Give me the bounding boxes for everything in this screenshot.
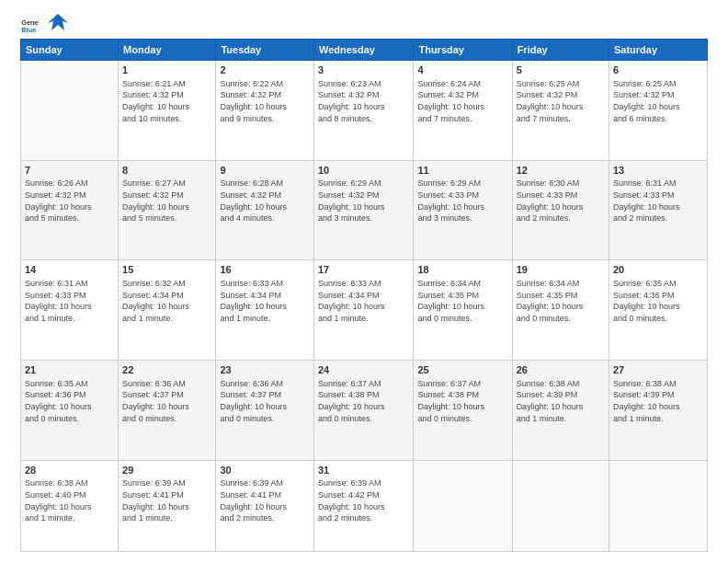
day-number: 30 <box>220 464 310 477</box>
day-info: Sunrise: 6:25 AM Sunset: 4:32 PM Dayligh… <box>517 78 605 124</box>
table-row: 27Sunrise: 6:38 AM Sunset: 4:39 PM Dayli… <box>609 360 708 460</box>
table-row: 11Sunrise: 6:29 AM Sunset: 4:33 PM Dayli… <box>414 160 512 260</box>
weekday-header-row: Sunday Monday Tuesday Wednesday Thursday… <box>21 40 708 61</box>
day-number: 11 <box>417 164 507 178</box>
table-row: 3Sunrise: 6:23 AM Sunset: 4:32 PM Daylig… <box>313 61 413 161</box>
header-thursday: Thursday <box>414 40 512 61</box>
table-row: 9Sunrise: 6:28 AM Sunset: 4:32 PM Daylig… <box>216 160 314 260</box>
table-row: 22Sunrise: 6:36 AM Sunset: 4:37 PM Dayli… <box>119 360 216 460</box>
day-info: Sunrise: 6:29 AM Sunset: 4:32 PM Dayligh… <box>318 178 409 224</box>
day-number: 10 <box>318 164 409 178</box>
table-row: 31Sunrise: 6:39 AM Sunset: 4:42 PM Dayli… <box>313 460 413 551</box>
day-info: Sunrise: 6:36 AM Sunset: 4:37 PM Dayligh… <box>220 378 310 424</box>
day-info: Sunrise: 6:37 AM Sunset: 4:38 PM Dayligh… <box>318 378 409 424</box>
day-number: 25 <box>417 363 507 377</box>
header-wednesday: Wednesday <box>313 40 413 61</box>
header-monday: Monday <box>119 40 216 61</box>
day-number: 22 <box>122 363 211 377</box>
day-info: Sunrise: 6:38 AM Sunset: 4:39 PM Dayligh… <box>517 378 605 424</box>
table-row: 16Sunrise: 6:33 AM Sunset: 4:34 PM Dayli… <box>216 260 314 361</box>
day-number: 5 <box>517 63 605 77</box>
table-row: 13Sunrise: 6:31 AM Sunset: 4:33 PM Dayli… <box>609 160 708 260</box>
table-row: 29Sunrise: 6:39 AM Sunset: 4:41 PM Dayli… <box>119 460 216 551</box>
day-info: Sunrise: 6:31 AM Sunset: 4:33 PM Dayligh… <box>613 178 703 224</box>
calendar-page: General Blue Sunday Monday Tuesday Wedne… <box>0 0 728 563</box>
day-number: 18 <box>417 263 507 277</box>
table-row: 28Sunrise: 6:38 AM Sunset: 4:40 PM Dayli… <box>21 460 119 551</box>
table-row: 18Sunrise: 6:34 AM Sunset: 4:35 PM Dayli… <box>414 260 512 361</box>
day-number: 9 <box>220 164 310 178</box>
day-number: 2 <box>220 63 310 77</box>
day-number: 24 <box>318 363 409 377</box>
header-saturday: Saturday <box>609 40 708 61</box>
day-info: Sunrise: 6:34 AM Sunset: 4:35 PM Dayligh… <box>517 278 605 324</box>
day-info: Sunrise: 6:22 AM Sunset: 4:32 PM Dayligh… <box>220 78 310 124</box>
table-row: 25Sunrise: 6:37 AM Sunset: 4:38 PM Dayli… <box>414 360 512 460</box>
table-row: 15Sunrise: 6:32 AM Sunset: 4:34 PM Dayli… <box>119 260 216 361</box>
table-row <box>512 460 609 551</box>
logo-bird-icon <box>48 12 68 32</box>
day-number: 7 <box>25 164 114 178</box>
day-info: Sunrise: 6:28 AM Sunset: 4:32 PM Dayligh… <box>220 178 310 224</box>
day-number: 29 <box>122 464 211 477</box>
day-number: 23 <box>220 363 310 377</box>
day-number: 16 <box>220 263 310 277</box>
day-number: 13 <box>613 164 703 178</box>
day-info: Sunrise: 6:31 AM Sunset: 4:33 PM Dayligh… <box>25 278 114 324</box>
table-row: 1Sunrise: 6:21 AM Sunset: 4:32 PM Daylig… <box>119 61 216 161</box>
table-row: 30Sunrise: 6:39 AM Sunset: 4:41 PM Dayli… <box>216 460 314 551</box>
day-info: Sunrise: 6:39 AM Sunset: 4:41 PM Dayligh… <box>220 477 310 523</box>
day-number: 3 <box>318 63 409 77</box>
day-info: Sunrise: 6:34 AM Sunset: 4:35 PM Dayligh… <box>417 278 507 324</box>
day-number: 15 <box>122 263 211 277</box>
table-row: 4Sunrise: 6:24 AM Sunset: 4:32 PM Daylig… <box>414 61 512 161</box>
day-info: Sunrise: 6:38 AM Sunset: 4:39 PM Dayligh… <box>613 378 703 424</box>
day-number: 8 <box>122 164 211 178</box>
table-row: 20Sunrise: 6:35 AM Sunset: 4:36 PM Dayli… <box>609 260 708 361</box>
table-row: 7Sunrise: 6:26 AM Sunset: 4:32 PM Daylig… <box>21 160 119 260</box>
table-row <box>414 460 512 551</box>
table-row: 23Sunrise: 6:36 AM Sunset: 4:37 PM Dayli… <box>216 360 314 460</box>
day-info: Sunrise: 6:30 AM Sunset: 4:33 PM Dayligh… <box>517 178 605 224</box>
table-row: 17Sunrise: 6:33 AM Sunset: 4:34 PM Dayli… <box>313 260 413 361</box>
day-number: 4 <box>417 63 507 77</box>
day-number: 27 <box>613 363 703 377</box>
day-info: Sunrise: 6:36 AM Sunset: 4:37 PM Dayligh… <box>122 378 211 424</box>
day-info: Sunrise: 6:38 AM Sunset: 4:40 PM Dayligh… <box>25 477 114 523</box>
header: General Blue <box>20 17 708 35</box>
logo: General Blue <box>20 17 68 35</box>
header-tuesday: Tuesday <box>216 40 314 61</box>
day-number: 31 <box>318 464 409 477</box>
day-info: Sunrise: 6:33 AM Sunset: 4:34 PM Dayligh… <box>318 278 409 324</box>
table-row: 5Sunrise: 6:25 AM Sunset: 4:32 PM Daylig… <box>512 61 609 161</box>
day-info: Sunrise: 6:35 AM Sunset: 4:36 PM Dayligh… <box>25 378 114 424</box>
day-info: Sunrise: 6:25 AM Sunset: 4:32 PM Dayligh… <box>613 78 703 124</box>
day-number: 19 <box>517 263 605 277</box>
day-number: 20 <box>613 263 703 277</box>
day-info: Sunrise: 6:29 AM Sunset: 4:33 PM Dayligh… <box>417 178 507 224</box>
svg-text:Blue: Blue <box>21 26 36 34</box>
day-number: 21 <box>25 363 114 377</box>
table-row <box>21 61 119 161</box>
day-number: 17 <box>318 263 409 277</box>
svg-marker-2 <box>48 14 68 30</box>
calendar-table: Sunday Monday Tuesday Wednesday Thursday… <box>20 39 708 552</box>
table-row: 8Sunrise: 6:27 AM Sunset: 4:32 PM Daylig… <box>119 160 216 260</box>
table-row: 12Sunrise: 6:30 AM Sunset: 4:33 PM Dayli… <box>512 160 609 260</box>
day-number: 26 <box>517 363 605 377</box>
header-friday: Friday <box>512 40 609 61</box>
table-row: 10Sunrise: 6:29 AM Sunset: 4:32 PM Dayli… <box>313 160 413 260</box>
table-row: 6Sunrise: 6:25 AM Sunset: 4:32 PM Daylig… <box>609 61 708 161</box>
table-row <box>609 460 708 551</box>
day-info: Sunrise: 6:21 AM Sunset: 4:32 PM Dayligh… <box>122 78 211 124</box>
day-info: Sunrise: 6:35 AM Sunset: 4:36 PM Dayligh… <box>613 278 703 324</box>
day-number: 28 <box>25 464 114 477</box>
table-row: 14Sunrise: 6:31 AM Sunset: 4:33 PM Dayli… <box>21 260 119 361</box>
day-info: Sunrise: 6:33 AM Sunset: 4:34 PM Dayligh… <box>220 278 310 324</box>
day-info: Sunrise: 6:39 AM Sunset: 4:42 PM Dayligh… <box>318 477 409 523</box>
table-row: 26Sunrise: 6:38 AM Sunset: 4:39 PM Dayli… <box>512 360 609 460</box>
day-info: Sunrise: 6:37 AM Sunset: 4:38 PM Dayligh… <box>417 378 507 424</box>
day-number: 14 <box>25 263 114 277</box>
day-info: Sunrise: 6:39 AM Sunset: 4:41 PM Dayligh… <box>122 477 211 523</box>
day-number: 6 <box>613 63 703 77</box>
